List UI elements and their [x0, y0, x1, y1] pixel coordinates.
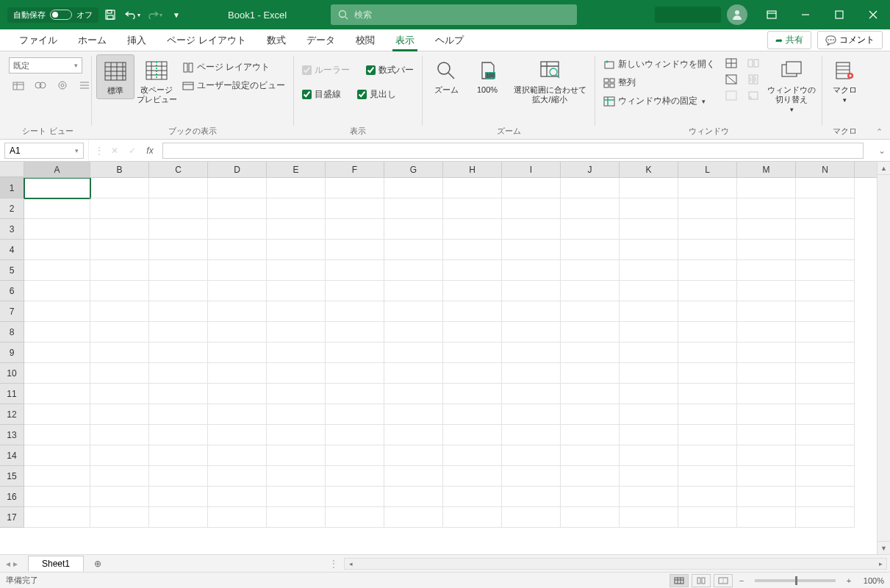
cell[interactable]	[796, 343, 855, 363]
cell[interactable]	[326, 281, 384, 301]
cancel-formula-button[interactable]: ✕	[108, 146, 121, 156]
cell[interactable]	[24, 425, 90, 445]
cell[interactable]	[149, 507, 208, 528]
column-header[interactable]: L	[678, 162, 737, 177]
cell[interactable]	[502, 322, 561, 343]
enter-formula-button[interactable]: ✓	[126, 146, 139, 156]
sheetview-keep-icon[interactable]	[9, 78, 28, 93]
sheet-nav-prev-icon[interactable]: ◂	[6, 559, 10, 569]
cell[interactable]	[90, 384, 149, 404]
cell[interactable]	[678, 384, 737, 404]
cell[interactable]	[443, 507, 502, 528]
cell[interactable]	[737, 425, 796, 445]
scroll-left-icon[interactable]: ◂	[345, 560, 356, 567]
tab-0[interactable]: ファイル	[9, 29, 68, 51]
cell[interactable]	[502, 343, 561, 363]
cell[interactable]	[443, 301, 502, 322]
column-header[interactable]: J	[561, 162, 620, 177]
cell[interactable]	[502, 363, 561, 384]
formula-input[interactable]	[162, 143, 864, 159]
select-all-corner[interactable]	[0, 162, 24, 177]
cell[interactable]	[737, 281, 796, 301]
cell[interactable]	[502, 487, 561, 507]
cell[interactable]	[90, 507, 149, 528]
tab-7[interactable]: 表示	[385, 29, 425, 51]
cell[interactable]	[208, 240, 267, 260]
row-header[interactable]: 7	[0, 301, 24, 322]
cell[interactable]	[326, 404, 384, 425]
cell[interactable]	[149, 384, 208, 404]
pagebreak-preview-button[interactable]: 改ページ プレビュー	[137, 54, 176, 107]
headings-checkbox[interactable]: 見出し	[354, 86, 400, 103]
cell[interactable]	[149, 425, 208, 445]
tab-2[interactable]: 挿入	[117, 29, 157, 51]
cell[interactable]	[620, 445, 678, 466]
cell[interactable]	[149, 178, 208, 198]
cell[interactable]	[796, 445, 855, 466]
cell[interactable]	[620, 507, 678, 528]
cell[interactable]	[620, 343, 678, 363]
split-button[interactable]	[722, 56, 741, 71]
cell[interactable]	[208, 260, 267, 281]
cell[interactable]	[384, 198, 443, 219]
tab-6[interactable]: 校閲	[345, 29, 385, 51]
cell[interactable]	[561, 198, 620, 219]
cell[interactable]	[443, 198, 502, 219]
cell[interactable]	[24, 322, 90, 343]
cell[interactable]	[502, 260, 561, 281]
cell[interactable]	[561, 240, 620, 260]
cell[interactable]	[208, 487, 267, 507]
cell[interactable]	[737, 404, 796, 425]
cell[interactable]	[90, 425, 149, 445]
cell[interactable]	[90, 198, 149, 219]
cell[interactable]	[90, 487, 149, 507]
cell[interactable]	[90, 219, 149, 240]
row-header[interactable]: 2	[0, 198, 24, 219]
ribbon-display-button[interactable]	[755, 0, 789, 29]
cell[interactable]	[678, 240, 737, 260]
cell[interactable]	[796, 198, 855, 219]
cell[interactable]	[620, 198, 678, 219]
cell[interactable]	[90, 281, 149, 301]
cell[interactable]	[267, 487, 326, 507]
expand-formula-bar-button[interactable]: ⌄	[878, 146, 890, 156]
cell[interactable]	[561, 219, 620, 240]
cell[interactable]	[796, 384, 855, 404]
cell[interactable]	[502, 240, 561, 260]
cell[interactable]	[326, 322, 384, 343]
cell[interactable]	[384, 466, 443, 487]
gridlines-checkbox[interactable]: 目盛線	[298, 86, 345, 103]
search-input[interactable]: 検索	[331, 4, 577, 25]
custom-views-button[interactable]: ユーザー設定のビュー	[179, 77, 289, 94]
column-header[interactable]: M	[737, 162, 796, 177]
autosave-toggle[interactable]: 自動保存 オフ	[7, 7, 98, 23]
cell[interactable]	[796, 260, 855, 281]
cell[interactable]	[267, 219, 326, 240]
cell[interactable]	[737, 445, 796, 466]
zoom-in-button[interactable]: +	[843, 576, 855, 585]
arrange-all-button[interactable]: 整列	[600, 74, 719, 91]
cell[interactable]	[90, 301, 149, 322]
row-header[interactable]: 12	[0, 404, 24, 425]
cell[interactable]	[737, 240, 796, 260]
cell[interactable]	[796, 178, 855, 198]
cell[interactable]	[796, 404, 855, 425]
cell[interactable]	[443, 281, 502, 301]
tab-1[interactable]: ホーム	[68, 29, 117, 51]
cell[interactable]	[384, 322, 443, 343]
cell[interactable]	[561, 363, 620, 384]
cell[interactable]	[267, 343, 326, 363]
row-header[interactable]: 5	[0, 260, 24, 281]
cell[interactable]	[620, 219, 678, 240]
cell[interactable]	[620, 322, 678, 343]
cell[interactable]	[443, 404, 502, 425]
cell[interactable]	[267, 301, 326, 322]
cell[interactable]	[384, 487, 443, 507]
cell[interactable]	[737, 466, 796, 487]
zoom-to-selection-button[interactable]: 選択範囲に合わせて 拡大/縮小	[509, 54, 590, 107]
cell[interactable]	[208, 445, 267, 466]
cell[interactable]	[24, 260, 90, 281]
redo-button[interactable]: ▾	[144, 4, 165, 25]
cell[interactable]	[678, 404, 737, 425]
cell[interactable]	[326, 219, 384, 240]
